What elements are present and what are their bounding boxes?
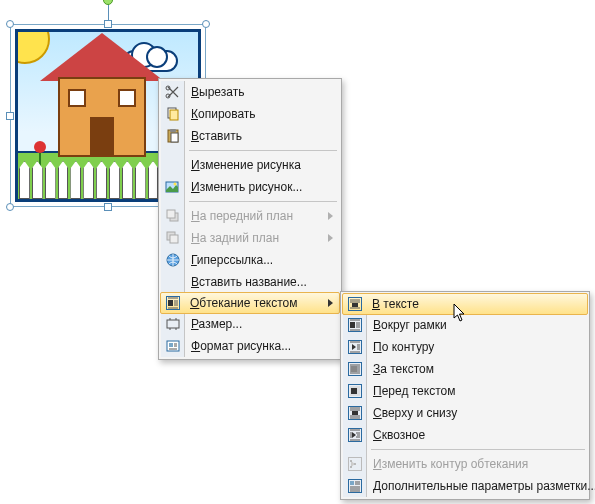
wrap-tight-icon (347, 339, 363, 355)
menu-label: За текстом (373, 362, 434, 376)
menu-label: На задний план (191, 231, 279, 245)
layout-options-icon (347, 478, 363, 494)
door-shape (90, 117, 114, 157)
resize-handle-tl[interactable] (6, 20, 14, 28)
svg-rect-3 (170, 110, 178, 120)
svg-rect-10 (167, 210, 175, 218)
menu-label: На передний план (191, 209, 293, 223)
menu-item-change-picture[interactable]: Изменение рисунка (161, 154, 339, 176)
svg-rect-18 (169, 343, 173, 347)
window-shape (68, 89, 86, 107)
menu-label: Формат рисунка... (191, 339, 291, 353)
menu-label: Гиперссылка... (191, 253, 273, 267)
bring-front-icon (165, 208, 181, 224)
menu-label: В тексте (372, 297, 419, 311)
rotate-handle[interactable] (103, 0, 113, 5)
size-icon (165, 316, 181, 332)
resize-handle-l[interactable] (6, 112, 14, 120)
menu-label: Вставить (191, 129, 242, 143)
resize-handle-bl[interactable] (6, 203, 14, 211)
svg-point-8 (174, 183, 177, 186)
wrap-inline-icon (347, 296, 363, 312)
wrap-topbottom-icon (347, 405, 363, 421)
menu-item-wrap-behind[interactable]: За текстом (343, 358, 587, 380)
scissors-icon (165, 84, 181, 100)
svg-rect-15 (168, 300, 173, 306)
context-menu: Вырезать Копировать Вставить Изменение р… (158, 78, 342, 360)
resize-handle-tr[interactable] (202, 20, 210, 28)
menu-label: Сквозное (373, 428, 425, 442)
roof-shape (40, 33, 164, 81)
menu-separator (371, 449, 585, 450)
menu-label: Копировать (191, 107, 256, 121)
menu-item-cut[interactable]: Вырезать (161, 81, 339, 103)
menu-label: Вырезать (191, 85, 244, 99)
menu-label: Изменение рисунка (191, 158, 301, 172)
menu-label: Вставить название... (191, 275, 307, 289)
wrap-text-icon (165, 295, 181, 311)
format-picture-icon (165, 338, 181, 354)
wrap-behind-icon (347, 361, 363, 377)
menu-label: Изменить контур обтекания (373, 457, 528, 471)
flower-shape (34, 141, 46, 153)
menu-item-wrap-tight[interactable]: По контуру (343, 336, 587, 358)
svg-point-33 (354, 463, 356, 465)
svg-rect-20 (352, 303, 358, 307)
menu-item-format-picture[interactable]: Формат рисунка... (161, 335, 339, 357)
menu-separator (189, 201, 337, 202)
paste-icon (165, 128, 181, 144)
menu-item-send-back: На задний план (161, 227, 339, 249)
menu-label: Размер... (191, 317, 242, 331)
svg-rect-5 (171, 133, 178, 142)
menu-label: Сверху и снизу (373, 406, 457, 420)
svg-rect-36 (350, 481, 354, 485)
svg-rect-22 (350, 322, 355, 328)
menu-item-more-layout[interactable]: Дополнительные параметры разметки... (343, 475, 587, 497)
menu-item-size[interactable]: Размер... (161, 313, 339, 335)
menu-label: Обтекание текстом (190, 296, 297, 310)
svg-rect-27 (351, 388, 357, 394)
send-back-icon (165, 230, 181, 246)
menu-item-hyperlink[interactable]: Гиперссылка... (161, 249, 339, 271)
submenu-arrow-icon (328, 212, 333, 220)
resize-handle-t[interactable] (104, 20, 112, 28)
menu-item-copy[interactable]: Копировать (161, 103, 339, 125)
submenu-arrow-icon (328, 234, 333, 242)
menu-item-wrap-through[interactable]: Сквозное (343, 424, 587, 446)
menu-item-wrap-infront[interactable]: Перед текстом (343, 380, 587, 402)
svg-rect-16 (167, 320, 179, 328)
copy-icon (165, 106, 181, 122)
menu-label: Дополнительные параметры разметки... (373, 479, 595, 493)
edit-wrap-icon (347, 456, 363, 472)
menu-separator (189, 150, 337, 151)
svg-rect-12 (170, 235, 178, 243)
svg-point-32 (350, 460, 352, 462)
hyperlink-icon (165, 252, 181, 268)
picture-edit-icon (165, 179, 181, 195)
svg-rect-6 (170, 129, 176, 132)
wrap-square-icon (347, 317, 363, 333)
resize-handle-b[interactable] (104, 203, 112, 211)
menu-item-insert-caption[interactable]: Вставить название... (161, 271, 339, 293)
window-shape (118, 89, 136, 107)
menu-label: Вокруг рамки (373, 318, 447, 332)
menu-item-wrap-topbottom[interactable]: Сверху и снизу (343, 402, 587, 424)
menu-item-text-wrapping[interactable]: Обтекание текстом (160, 292, 340, 314)
menu-label: Перед текстом (373, 384, 455, 398)
menu-item-edit-wrap-points: Изменить контур обтекания (343, 453, 587, 475)
wrap-infront-icon (347, 383, 363, 399)
menu-label: По контуру (373, 340, 434, 354)
svg-point-34 (350, 466, 352, 468)
menu-item-edit-picture[interactable]: Изменить рисунок... (161, 176, 339, 198)
menu-item-paste[interactable]: Вставить (161, 125, 339, 147)
submenu-arrow-icon (328, 299, 333, 307)
menu-label: Изменить рисунок... (191, 180, 302, 194)
wrap-through-icon (347, 427, 363, 443)
svg-rect-29 (352, 411, 358, 415)
menu-item-bring-front: На передний план (161, 205, 339, 227)
